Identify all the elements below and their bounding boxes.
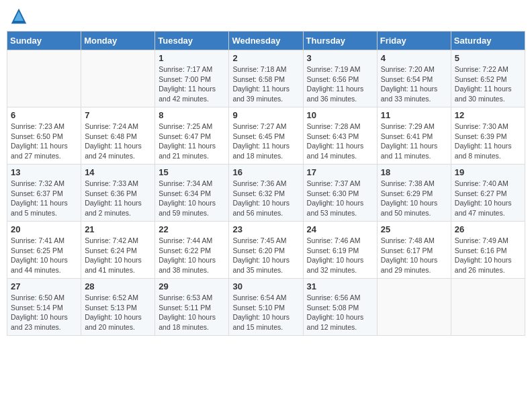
calendar-cell: 21Sunrise: 7:42 AM Sunset: 6:24 PM Dayli…: [81, 222, 155, 279]
day-number: 13: [11, 167, 77, 177]
day-number: 6: [11, 110, 77, 120]
day-number: 14: [85, 167, 151, 177]
calendar-week-row: 20Sunrise: 7:41 AM Sunset: 6:25 PM Dayli…: [7, 222, 525, 279]
calendar-cell: 12Sunrise: 7:30 AM Sunset: 6:39 PM Dayli…: [451, 107, 525, 165]
day-number: 10: [307, 110, 373, 120]
day-info: Sunrise: 7:17 AM Sunset: 7:00 PM Dayligh…: [159, 64, 225, 104]
day-number: 15: [159, 167, 225, 177]
day-number: 3: [307, 53, 373, 63]
calendar-header-row: SundayMondayTuesdayWednesdayThursdayFrid…: [7, 32, 525, 50]
day-number: 25: [381, 224, 447, 234]
weekday-header-tuesday: Tuesday: [155, 32, 229, 50]
day-number: 27: [11, 281, 77, 291]
calendar-cell: 29Sunrise: 6:53 AM Sunset: 5:11 PM Dayli…: [155, 279, 229, 336]
logo-icon: [9, 7, 28, 26]
day-number: 21: [85, 224, 151, 234]
weekday-header-sunday: Sunday: [7, 32, 81, 50]
day-info: Sunrise: 7:22 AM Sunset: 6:52 PM Dayligh…: [455, 64, 521, 104]
calendar-cell: 22Sunrise: 7:44 AM Sunset: 6:22 PM Dayli…: [155, 222, 229, 279]
day-number: 23: [232, 224, 299, 234]
day-number: 18: [381, 167, 447, 177]
calendar-cell: 8Sunrise: 7:25 AM Sunset: 6:47 PM Daylig…: [155, 107, 229, 165]
calendar-cell: 10Sunrise: 7:28 AM Sunset: 6:43 PM Dayli…: [303, 107, 377, 165]
day-info: Sunrise: 7:20 AM Sunset: 6:54 PM Dayligh…: [381, 64, 447, 104]
calendar-cell: 4Sunrise: 7:20 AM Sunset: 6:54 PM Daylig…: [377, 50, 451, 107]
day-info: Sunrise: 7:23 AM Sunset: 6:50 PM Dayligh…: [11, 122, 77, 161]
day-info: Sunrise: 7:25 AM Sunset: 6:47 PM Dayligh…: [159, 122, 225, 161]
day-number: 31: [307, 281, 373, 291]
day-info: Sunrise: 7:30 AM Sunset: 6:39 PM Dayligh…: [455, 122, 521, 161]
calendar-cell: 6Sunrise: 7:23 AM Sunset: 6:50 PM Daylig…: [7, 107, 81, 165]
day-info: Sunrise: 7:27 AM Sunset: 6:45 PM Dayligh…: [232, 122, 299, 161]
calendar-cell: 3Sunrise: 7:19 AM Sunset: 6:56 PM Daylig…: [303, 50, 377, 107]
page-header: [7, 7, 525, 26]
day-number: 11: [381, 110, 447, 120]
calendar-cell: [451, 279, 525, 336]
calendar-week-row: 6Sunrise: 7:23 AM Sunset: 6:50 PM Daylig…: [7, 107, 525, 165]
day-number: 30: [232, 281, 299, 291]
day-info: Sunrise: 7:33 AM Sunset: 6:36 PM Dayligh…: [85, 179, 151, 218]
day-info: Sunrise: 7:42 AM Sunset: 6:24 PM Dayligh…: [85, 236, 151, 275]
day-info: Sunrise: 7:40 AM Sunset: 6:27 PM Dayligh…: [455, 179, 521, 218]
calendar-cell: 27Sunrise: 6:50 AM Sunset: 5:14 PM Dayli…: [7, 279, 81, 336]
logo: [9, 7, 31, 26]
day-info: Sunrise: 7:34 AM Sunset: 6:34 PM Dayligh…: [159, 179, 225, 218]
calendar-cell: 23Sunrise: 7:45 AM Sunset: 6:20 PM Dayli…: [229, 222, 303, 279]
day-info: Sunrise: 7:32 AM Sunset: 6:37 PM Dayligh…: [11, 179, 77, 218]
day-info: Sunrise: 7:46 AM Sunset: 6:19 PM Dayligh…: [307, 236, 373, 275]
day-info: Sunrise: 6:50 AM Sunset: 5:14 PM Dayligh…: [11, 293, 77, 332]
weekday-header-saturday: Saturday: [451, 32, 525, 50]
day-number: 5: [455, 53, 521, 63]
weekday-header-friday: Friday: [377, 32, 451, 50]
day-info: Sunrise: 7:37 AM Sunset: 6:30 PM Dayligh…: [307, 179, 373, 218]
weekday-header-wednesday: Wednesday: [229, 32, 303, 50]
day-info: Sunrise: 7:36 AM Sunset: 6:32 PM Dayligh…: [232, 179, 299, 218]
day-info: Sunrise: 7:28 AM Sunset: 6:43 PM Dayligh…: [307, 122, 373, 161]
calendar-cell: 7Sunrise: 7:24 AM Sunset: 6:48 PM Daylig…: [81, 107, 155, 165]
day-info: Sunrise: 6:52 AM Sunset: 5:13 PM Dayligh…: [85, 293, 151, 332]
day-number: 1: [159, 53, 225, 63]
calendar-week-row: 1Sunrise: 7:17 AM Sunset: 7:00 PM Daylig…: [7, 50, 525, 107]
day-number: 8: [159, 110, 225, 120]
calendar-cell: 20Sunrise: 7:41 AM Sunset: 6:25 PM Dayli…: [7, 222, 81, 279]
calendar-cell: [81, 50, 155, 107]
day-info: Sunrise: 7:49 AM Sunset: 6:16 PM Dayligh…: [455, 236, 521, 275]
day-number: 4: [381, 53, 447, 63]
day-info: Sunrise: 7:24 AM Sunset: 6:48 PM Dayligh…: [85, 122, 151, 161]
day-info: Sunrise: 6:53 AM Sunset: 5:11 PM Dayligh…: [159, 293, 225, 332]
day-number: 19: [455, 167, 521, 177]
calendar-cell: 9Sunrise: 7:27 AM Sunset: 6:45 PM Daylig…: [229, 107, 303, 165]
day-info: Sunrise: 7:38 AM Sunset: 6:29 PM Dayligh…: [381, 179, 447, 218]
day-number: 20: [11, 224, 77, 234]
day-info: Sunrise: 7:48 AM Sunset: 6:17 PM Dayligh…: [381, 236, 447, 275]
calendar-cell: 13Sunrise: 7:32 AM Sunset: 6:37 PM Dayli…: [7, 165, 81, 222]
day-number: 2: [232, 53, 299, 63]
day-number: 12: [455, 110, 521, 120]
calendar-cell: 18Sunrise: 7:38 AM Sunset: 6:29 PM Dayli…: [377, 165, 451, 222]
calendar-cell: 5Sunrise: 7:22 AM Sunset: 6:52 PM Daylig…: [451, 50, 525, 107]
day-number: 28: [85, 281, 151, 291]
calendar-cell: 30Sunrise: 6:54 AM Sunset: 5:10 PM Dayli…: [229, 279, 303, 336]
day-info: Sunrise: 7:18 AM Sunset: 6:58 PM Dayligh…: [232, 64, 299, 104]
calendar-cell: 14Sunrise: 7:33 AM Sunset: 6:36 PM Dayli…: [81, 165, 155, 222]
day-info: Sunrise: 7:45 AM Sunset: 6:20 PM Dayligh…: [232, 236, 299, 275]
calendar-cell: 1Sunrise: 7:17 AM Sunset: 7:00 PM Daylig…: [155, 50, 229, 107]
day-number: 7: [85, 110, 151, 120]
weekday-header-thursday: Thursday: [303, 32, 377, 50]
day-number: 17: [307, 167, 373, 177]
day-info: Sunrise: 6:56 AM Sunset: 5:08 PM Dayligh…: [307, 293, 373, 332]
calendar-cell: 17Sunrise: 7:37 AM Sunset: 6:30 PM Dayli…: [303, 165, 377, 222]
calendar-cell: 11Sunrise: 7:29 AM Sunset: 6:41 PM Dayli…: [377, 107, 451, 165]
calendar-cell: 24Sunrise: 7:46 AM Sunset: 6:19 PM Dayli…: [303, 222, 377, 279]
calendar-cell: 19Sunrise: 7:40 AM Sunset: 6:27 PM Dayli…: [451, 165, 525, 222]
calendar-cell: [377, 279, 451, 336]
calendar-cell: 25Sunrise: 7:48 AM Sunset: 6:17 PM Dayli…: [377, 222, 451, 279]
day-info: Sunrise: 6:54 AM Sunset: 5:10 PM Dayligh…: [232, 293, 299, 332]
calendar-cell: 26Sunrise: 7:49 AM Sunset: 6:16 PM Dayli…: [451, 222, 525, 279]
calendar-week-row: 13Sunrise: 7:32 AM Sunset: 6:37 PM Dayli…: [7, 165, 525, 222]
day-info: Sunrise: 7:44 AM Sunset: 6:22 PM Dayligh…: [159, 236, 225, 275]
calendar-cell: 28Sunrise: 6:52 AM Sunset: 5:13 PM Dayli…: [81, 279, 155, 336]
calendar-cell: [7, 50, 81, 107]
day-info: Sunrise: 7:41 AM Sunset: 6:25 PM Dayligh…: [11, 236, 77, 275]
day-number: 9: [232, 110, 299, 120]
